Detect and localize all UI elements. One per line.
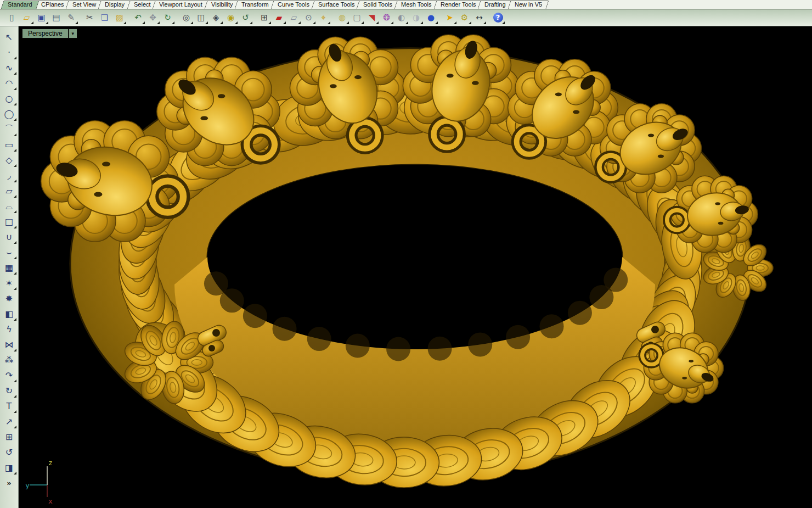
ellipse-icon: ◯ (4, 109, 14, 119)
tab-label: New in V5 (515, 1, 542, 8)
tab-label: Visibility (211, 1, 233, 8)
set-view-circle-button[interactable]: ⊙ (301, 10, 316, 25)
pan-icon: ✥ (149, 13, 156, 23)
lock-objects-button[interactable]: ▢ (349, 10, 364, 25)
move-icon: ↗ (5, 416, 13, 427)
sidebar-tool-move[interactable]: ↗ (2, 414, 17, 429)
pan-button[interactable]: ✥ (145, 10, 160, 25)
paste-button[interactable]: ▨ (112, 10, 127, 25)
main-area: ↖·∿◠○◯⌒▭◇◞▱⌓□∪⌣▦✶✸◧ϟ⋈⁂↷↻T↗⊞↺◨» Perspecti… (0, 26, 812, 508)
sidebar-tool-surface-from-points[interactable]: ▱ (2, 183, 17, 198)
sidebar-tool-rebuild[interactable]: ↻ (2, 383, 17, 398)
named-views-car-button[interactable]: ▰ (272, 10, 286, 25)
help-button[interactable]: ? (490, 10, 505, 25)
rotate-view-button[interactable]: ↻ (160, 10, 175, 25)
tab-label: Viewport Layout (159, 1, 202, 8)
sidebar-tool-select[interactable]: ↖ (2, 29, 17, 44)
print-button[interactable]: ▤ (49, 10, 64, 25)
sidebar-tool-point[interactable]: · (2, 44, 17, 60)
set-cplane-map-button[interactable]: ▱ (286, 10, 301, 25)
boolean-union-spheres-icon: ∪ (6, 232, 13, 242)
options-gear-button[interactable]: ⚙ (457, 10, 472, 25)
sidebar-tool-explode[interactable]: ✸ (2, 291, 17, 306)
text-icon: T (7, 401, 12, 411)
four-viewports-button[interactable]: ⊞ (257, 10, 272, 25)
viewport-title-dropdown[interactable]: ▼ (69, 29, 77, 38)
tab-curve-tools[interactable]: Curve Tools (271, 1, 317, 9)
render-button[interactable]: ➤ (442, 10, 457, 25)
rendered-display-button[interactable]: ● (424, 10, 438, 25)
tab-label: Standard (8, 1, 32, 8)
sidebar-tool-circle[interactable]: ○ (2, 91, 17, 106)
sidebar-tool-adjust-curve[interactable]: ↷ (2, 367, 17, 383)
zoom-selected-button[interactable]: ◉ (223, 10, 238, 25)
tab-display[interactable]: Display (98, 1, 132, 9)
tab-mesh-tools[interactable]: Mesh Tools (394, 1, 438, 9)
sidebar-tool-fillet-curve[interactable]: ◞ (2, 168, 17, 183)
sidebar-tool-control-point-curve[interactable]: ∿ (2, 60, 17, 75)
tab-standard[interactable]: Standard (1, 1, 40, 9)
tab-cplanes[interactable]: CPlanes (34, 1, 70, 9)
sidebar-tool-split[interactable]: ϟ (2, 321, 17, 337)
help-icon: ? (493, 13, 503, 23)
shaded-display-button[interactable]: ◐ (394, 10, 409, 25)
mesh-icon: ▦ (5, 263, 13, 273)
hide-objects-bulb-button[interactable]: ◍ (335, 10, 349, 25)
sidebar-tool-group[interactable]: ⁂ (2, 352, 17, 367)
save-button[interactable]: ▣ (34, 10, 49, 25)
zoom-extents-button[interactable]: ◈ (208, 10, 223, 25)
ghosted-display-button[interactable]: ◑ (409, 10, 424, 25)
tab-drafting[interactable]: Drafting (478, 1, 512, 9)
zoom-dynamic-button[interactable]: ◎ (179, 10, 194, 25)
curve-through-points-icon: ◠ (5, 78, 13, 88)
rotate-view-icon: ↻ (164, 13, 171, 23)
array-icon: ⊞ (5, 432, 13, 442)
sidebar-tool-revolve[interactable]: ⌣ (2, 244, 17, 260)
undo-button[interactable]: ↶ (131, 10, 145, 25)
copy-icon: ❏ (101, 13, 108, 23)
cut-button[interactable]: ✂ (82, 10, 97, 25)
window-target-button[interactable]: ⌖ (316, 10, 331, 25)
sidebar-tool-join[interactable]: ⋈ (2, 337, 17, 352)
new-file-button[interactable]: ▯ (4, 10, 19, 25)
sidebar-tool-more-tools[interactable]: » (2, 475, 17, 490)
sidebar-tool-mesh[interactable]: ▦ (2, 260, 17, 275)
tab-viewport-layout[interactable]: Viewport Layout (153, 1, 210, 9)
dimension-button[interactable]: ↔ (472, 10, 487, 25)
zoom-window-icon: ◫ (197, 13, 205, 23)
sidebar-tool-polygon[interactable]: ◇ (2, 152, 17, 168)
copy-button[interactable]: ❏ (97, 10, 112, 25)
sidebar-tool-extrude-solid[interactable]: ◨ (2, 460, 17, 475)
sidebar-tool-array[interactable]: ⊞ (2, 429, 17, 444)
object-properties-wheel-button[interactable]: ❂ (379, 10, 394, 25)
sidebar-tool-ellipse[interactable]: ◯ (2, 106, 17, 121)
notes-button[interactable]: ✎ (64, 10, 78, 25)
tab-transform[interactable]: Transform (235, 1, 276, 9)
bracelet-render-canvas[interactable] (19, 26, 812, 508)
sidebar-tool-box[interactable]: □ (2, 214, 17, 229)
viewport-perspective[interactable]: Perspective ▼ z y x (19, 26, 812, 508)
sidebar-tool-curve-through-points[interactable]: ◠ (2, 75, 17, 91)
sidebar-tool-boolean-union-spheres[interactable]: ∪ (2, 229, 17, 244)
sidebar-tool-text[interactable]: T (2, 398, 17, 414)
sidebar-tool-rotate[interactable]: ↺ (2, 444, 17, 460)
tab-solid-tools[interactable]: Solid Tools (357, 1, 399, 9)
tab-label: Mesh Tools (401, 1, 431, 8)
tab-render-tools[interactable]: Render Tools (433, 1, 482, 9)
sidebar-tool-arc[interactable]: ⌒ (2, 121, 17, 137)
more-tools-icon: » (7, 479, 11, 487)
layers-wedge-button[interactable]: ◥ (364, 10, 379, 25)
sidebar-tool-curved-surface[interactable]: ⌓ (2, 198, 17, 214)
sidebar-tool-rectangle[interactable]: ▭ (2, 137, 17, 152)
tab-surface-tools[interactable]: Surface Tools (312, 1, 362, 9)
sidebar-tool-trim[interactable]: ◧ (2, 306, 17, 321)
tab-new-in-v5[interactable]: New in V5 (508, 1, 549, 9)
viewport-title[interactable]: Perspective (22, 29, 69, 38)
zoom-window-button[interactable]: ◫ (194, 10, 208, 25)
tab-set-view[interactable]: Set View (66, 1, 103, 9)
sidebar-tool-boolean-star[interactable]: ✶ (2, 275, 17, 291)
open-file-button[interactable]: ▱ (19, 10, 34, 25)
undo-view-change-button[interactable]: ↺ (238, 10, 253, 25)
four-viewports-icon: ⊞ (261, 13, 268, 23)
tab-label: Render Tools (441, 1, 476, 8)
